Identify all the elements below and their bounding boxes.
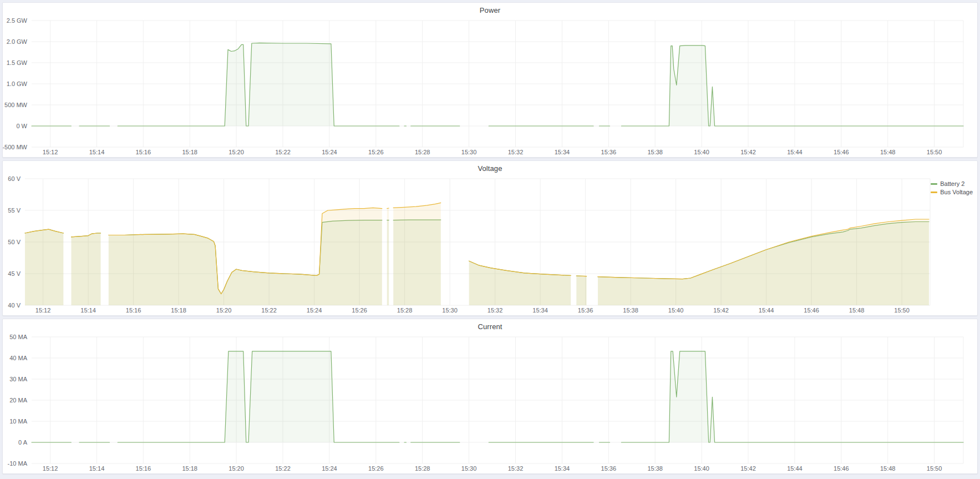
series-area	[621, 351, 963, 442]
x-tick-label: 15:26	[352, 307, 367, 314]
x-tick-label: 15:50	[927, 149, 942, 155]
y-tick-label: 10 MA	[9, 418, 27, 425]
power-chart[interactable]: 15:1215:1415:1615:1815:2015:2215:2415:26…	[3, 3, 977, 157]
y-tick-label: -10 MA	[8, 460, 28, 467]
x-tick-label: 15:24	[322, 149, 337, 155]
voltage-chart-area[interactable]: 15:1215:1415:1615:1815:2015:2215:2415:26…	[3, 161, 977, 315]
y-tick-label: 500 MW	[4, 102, 28, 108]
y-tick-label: 60 V	[8, 175, 21, 182]
x-tick-label: 15:28	[415, 465, 430, 472]
x-tick-label: 15:48	[880, 465, 896, 472]
x-tick-label: 15:28	[415, 149, 430, 155]
legend-swatch-bus-voltage	[931, 191, 937, 193]
x-tick-label: 15:42	[740, 465, 756, 472]
series-area	[118, 43, 399, 126]
voltage-chart[interactable]: 15:1215:1415:1615:1815:2015:2215:2415:26…	[3, 161, 977, 315]
x-tick-label: 15:32	[508, 465, 524, 472]
x-tick-label: 15:24	[322, 465, 337, 472]
series-area	[576, 276, 586, 305]
x-tick-label: 15:42	[713, 307, 729, 314]
x-tick-label: 15:14	[89, 149, 105, 155]
x-tick-label: 15:16	[136, 149, 151, 155]
legend-item-battery-2[interactable]: Battery 2	[931, 180, 973, 187]
x-tick-label: 15:34	[555, 465, 570, 472]
x-tick-label: 15:32	[488, 307, 503, 314]
series-area	[393, 203, 441, 305]
x-tick-label: 15:44	[787, 465, 803, 472]
y-tick-label: 50 MA	[9, 334, 27, 340]
legend-item-bus-voltage[interactable]: Bus Voltage	[931, 189, 973, 195]
series-area	[598, 219, 929, 305]
x-tick-label: 15:30	[442, 307, 458, 314]
x-tick-label: 15:48	[849, 307, 865, 314]
current-chart[interactable]: 15:1215:1415:1615:1815:2015:2215:2415:26…	[3, 319, 977, 473]
y-tick-label: -500 MW	[3, 144, 28, 150]
legend-swatch-battery-2	[931, 183, 937, 185]
series-line	[576, 276, 586, 276]
x-tick-label: 15:12	[43, 465, 58, 472]
x-tick-label: 15:26	[368, 465, 384, 472]
series-area	[469, 261, 571, 305]
x-tick-label: 15:12	[35, 307, 51, 314]
x-tick-label: 15:26	[368, 149, 384, 155]
x-tick-label: 15:28	[397, 307, 413, 314]
voltage-panel: 15:1215:1415:1615:1815:2015:2215:2415:26…	[2, 160, 978, 316]
x-tick-label: 15:18	[182, 149, 197, 155]
y-tick-label: 40 MA	[9, 355, 27, 361]
x-tick-label: 15:36	[601, 149, 617, 155]
y-tick-label: 1.5 GW	[7, 59, 28, 66]
x-tick-label: 15:12	[43, 149, 58, 155]
y-tick-label: 1.0 GW	[7, 80, 28, 87]
series-line	[387, 208, 389, 209]
x-tick-label: 15:22	[275, 465, 291, 472]
y-tick-label: 55 V	[8, 207, 21, 214]
voltage-legend: Battery 2 Bus Voltage	[931, 180, 973, 195]
y-tick-label: 2.5 GW	[7, 17, 28, 24]
x-tick-label: 15:38	[647, 465, 663, 472]
x-tick-label: 15:16	[126, 307, 141, 314]
y-tick-label: 45 V	[8, 270, 21, 277]
legend-label-bus-voltage: Bus Voltage	[940, 189, 973, 195]
y-tick-label: 20 MA	[9, 397, 27, 404]
x-tick-label: 15:44	[787, 149, 803, 155]
x-tick-label: 15:20	[216, 307, 232, 314]
series-area	[118, 351, 399, 442]
power-chart-area[interactable]: 15:1215:1415:1615:1815:2015:2215:2415:26…	[3, 3, 977, 157]
y-tick-label: 2.0 GW	[7, 38, 28, 45]
x-tick-label: 15:46	[834, 149, 849, 155]
x-tick-label: 15:44	[759, 307, 774, 314]
series-area	[25, 229, 63, 305]
x-tick-label: 15:18	[171, 307, 186, 314]
x-tick-label: 15:20	[229, 465, 244, 472]
x-tick-label: 15:36	[578, 307, 593, 314]
x-tick-label: 15:24	[307, 307, 322, 314]
y-tick-label: 50 V	[8, 239, 21, 245]
series-area	[109, 208, 382, 305]
x-tick-label: 15:32	[508, 149, 524, 155]
x-tick-label: 15:22	[275, 149, 291, 155]
y-tick-label: 30 MA	[9, 376, 27, 382]
x-tick-label: 15:14	[89, 465, 105, 472]
x-tick-label: 15:30	[461, 465, 477, 472]
x-tick-label: 15:46	[834, 465, 849, 472]
power-panel: 15:1215:1415:1615:1815:2015:2215:2415:26…	[2, 2, 978, 158]
x-tick-label: 15:50	[927, 465, 942, 472]
x-tick-label: 15:40	[694, 465, 709, 472]
series-area	[621, 46, 963, 126]
current-panel: 15:1215:1415:1615:1815:2015:2215:2415:26…	[2, 319, 978, 474]
legend-label-battery-2: Battery 2	[940, 180, 964, 187]
power-panel-title: Power	[3, 6, 977, 14]
x-tick-label: 15:20	[229, 149, 244, 155]
x-tick-label: 15:40	[668, 307, 684, 314]
series-area	[387, 208, 389, 305]
x-tick-label: 15:18	[182, 465, 197, 472]
x-tick-label: 15:46	[804, 307, 819, 314]
current-chart-area[interactable]: 15:1215:1415:1615:1815:2015:2215:2415:26…	[3, 319, 977, 473]
x-tick-label: 15:16	[136, 465, 151, 472]
x-tick-label: 15:34	[532, 307, 548, 314]
x-tick-label: 15:30	[461, 149, 477, 155]
voltage-panel-title: Voltage	[3, 164, 977, 173]
y-tick-label: 0 A	[18, 439, 28, 446]
x-tick-label: 15:42	[740, 149, 756, 155]
x-tick-label: 15:50	[894, 307, 910, 314]
